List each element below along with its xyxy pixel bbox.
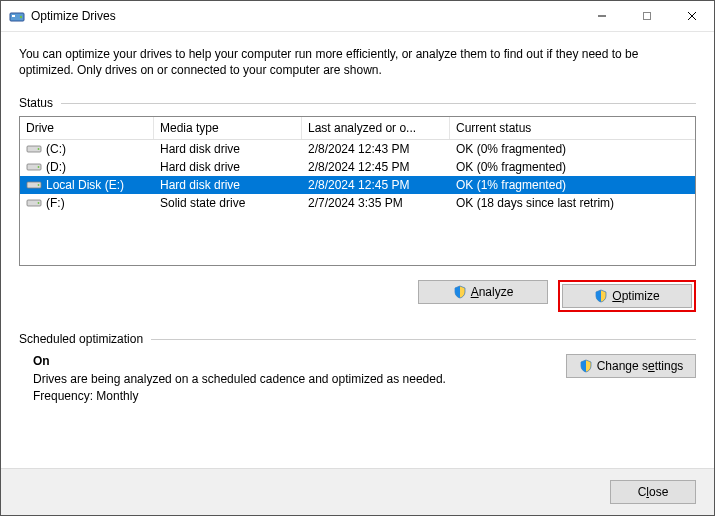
current-status: OK (18 days since last retrim): [450, 196, 695, 210]
drive-name: Local Disk (E:): [46, 178, 124, 192]
optimize-drives-window: Optimize Drives You can optimize your dr…: [0, 0, 715, 516]
analyze-button[interactable]: Analyze: [418, 280, 548, 304]
close-dialog-button[interactable]: Close: [610, 480, 696, 504]
maximize-button[interactable]: [624, 1, 669, 31]
drive-icon: [26, 179, 42, 191]
table-row[interactable]: (D:)Hard disk drive2/8/2024 12:45 PMOK (…: [20, 158, 695, 176]
drive-name: (D:): [46, 160, 66, 174]
last-analyzed: 2/8/2024 12:45 PM: [302, 178, 450, 192]
table-row[interactable]: (C:)Hard disk drive2/8/2024 12:43 PMOK (…: [20, 140, 695, 158]
svg-point-8: [38, 148, 40, 150]
col-last[interactable]: Last analyzed or o...: [302, 117, 450, 139]
current-status: OK (0% fragmented): [450, 142, 695, 156]
table-row[interactable]: Local Disk (E:)Hard disk drive2/8/2024 1…: [20, 176, 695, 194]
schedule-line1: Drives are being analyzed on a scheduled…: [33, 372, 566, 386]
table-row[interactable]: (F:)Solid state drive2/7/2024 3:35 PMOK …: [20, 194, 695, 212]
col-media[interactable]: Media type: [154, 117, 302, 139]
minimize-button[interactable]: [579, 1, 624, 31]
last-analyzed: 2/8/2024 12:43 PM: [302, 142, 450, 156]
drive-name: (F:): [46, 196, 65, 210]
svg-rect-4: [643, 13, 650, 20]
current-status: OK (1% fragmented): [450, 178, 695, 192]
last-analyzed: 2/7/2024 3:35 PM: [302, 196, 450, 210]
col-drive[interactable]: Drive: [20, 117, 154, 139]
media-type: Hard disk drive: [154, 160, 302, 174]
shield-icon: [594, 289, 608, 303]
titlebar: Optimize Drives: [1, 1, 714, 32]
description-text: You can optimize your drives to help you…: [19, 46, 696, 78]
col-status[interactable]: Current status: [450, 117, 695, 139]
table-header: Drive Media type Last analyzed or o... C…: [20, 117, 695, 140]
svg-point-10: [38, 166, 40, 168]
status-section-label: Status: [19, 96, 53, 110]
optimize-button[interactable]: Optimize: [562, 284, 692, 308]
change-settings-button[interactable]: Change settings: [566, 354, 696, 378]
drive-icon: [26, 197, 42, 209]
media-type: Solid state drive: [154, 196, 302, 210]
shield-icon: [579, 359, 593, 373]
schedule-line2: Frequency: Monthly: [33, 389, 566, 403]
drive-icon: [26, 161, 42, 173]
drive-icon: [26, 143, 42, 155]
media-type: Hard disk drive: [154, 142, 302, 156]
app-icon: [9, 8, 25, 24]
schedule-on: On: [33, 354, 566, 368]
last-analyzed: 2/8/2024 12:45 PM: [302, 160, 450, 174]
schedule-section-label: Scheduled optimization: [19, 332, 143, 346]
divider: [61, 103, 696, 104]
footer: Close: [1, 468, 714, 515]
close-button[interactable]: [669, 1, 714, 31]
shield-icon: [453, 285, 467, 299]
svg-rect-1: [12, 15, 15, 17]
drives-table: Drive Media type Last analyzed or o... C…: [19, 116, 696, 266]
current-status: OK (0% fragmented): [450, 160, 695, 174]
media-type: Hard disk drive: [154, 178, 302, 192]
divider: [151, 339, 696, 340]
svg-point-2: [20, 16, 22, 18]
optimize-highlight: Optimize: [558, 280, 696, 312]
drive-name: (C:): [46, 142, 66, 156]
svg-point-14: [38, 202, 40, 204]
window-title: Optimize Drives: [31, 9, 579, 23]
svg-point-12: [38, 184, 40, 186]
